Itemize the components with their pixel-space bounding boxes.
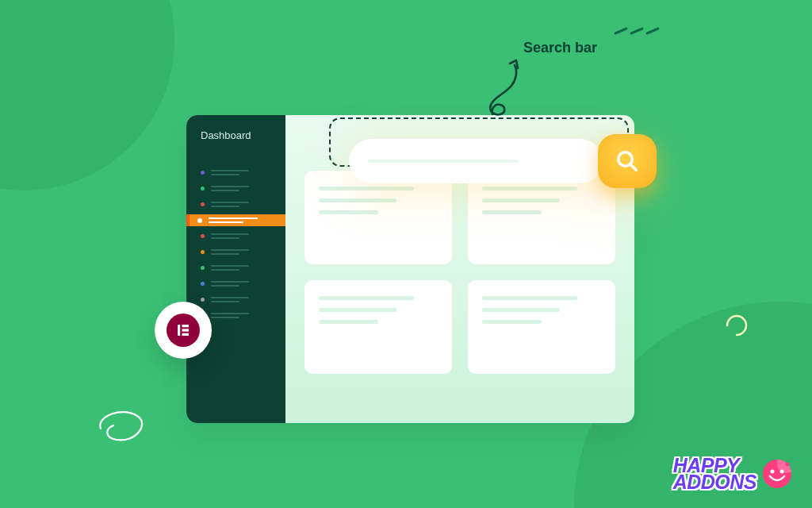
nav-item[interactable]: [186, 183, 285, 194]
svg-line-2: [647, 29, 658, 33]
search-icon: [615, 149, 639, 173]
nav-item[interactable]: [186, 262, 285, 274]
nav-item[interactable]: [186, 167, 285, 179]
nav-item-label-placeholder: [211, 233, 249, 239]
nav-dot-icon: [201, 234, 205, 238]
nav-dot-icon: [201, 187, 205, 190]
nav-item-label-placeholder: [211, 281, 249, 287]
brand-wordmark: HAPPY ADDONS: [673, 457, 756, 491]
svg-rect-6: [182, 325, 190, 327]
card-text-placeholder: [482, 210, 542, 214]
card-text-placeholder: [319, 210, 378, 214]
nav-item-label-placeholder: [209, 217, 258, 223]
bg-shape: [0, 0, 174, 190]
nav-item-label-placeholder: [211, 202, 249, 207]
card-text-placeholder: [319, 187, 414, 190]
card-text-placeholder: [319, 308, 396, 312]
content-card[interactable]: [304, 280, 452, 374]
nav-item-label-placeholder: [211, 265, 249, 271]
nav-item-label-placeholder: [211, 249, 249, 255]
card-text-placeholder: [482, 198, 560, 202]
brand-line2: ADDONS: [673, 474, 756, 491]
nav-item[interactable]: [186, 278, 285, 290]
elementor-badge[interactable]: [155, 302, 212, 359]
card-text-placeholder: [319, 198, 396, 202]
elementor-icon: [167, 314, 200, 347]
smile-face-icon: [761, 458, 793, 490]
content-card[interactable]: [468, 171, 615, 264]
nav-dot-icon: [201, 171, 205, 175]
card-text-placeholder: [482, 308, 560, 312]
nav-dot-icon: [201, 250, 205, 254]
nav-item-label-placeholder: [211, 297, 249, 302]
sidebar: Dashboard: [186, 115, 285, 423]
svg-line-1: [631, 29, 642, 33]
svg-line-0: [615, 29, 626, 33]
card-text-placeholder: [482, 187, 577, 190]
sidebar-title: Dashboard: [186, 129, 285, 141]
svg-point-12: [786, 462, 790, 466]
svg-rect-5: [178, 325, 180, 336]
svg-rect-7: [182, 329, 190, 331]
svg-point-11: [780, 469, 784, 473]
decorative-dashes: [614, 22, 661, 38]
card-grid: [304, 171, 615, 374]
card-text-placeholder: [319, 320, 378, 324]
nav-item-label-placeholder: [211, 313, 249, 318]
nav-item[interactable]: [186, 198, 285, 210]
nav-dot-icon: [201, 282, 205, 286]
nav-item[interactable]: [186, 230, 285, 242]
search-bar: [349, 139, 657, 183]
nav-item-active[interactable]: [186, 214, 285, 226]
svg-point-10: [771, 469, 775, 473]
search-button[interactable]: [598, 134, 657, 188]
nav-list: [186, 167, 285, 321]
nav-item[interactable]: [186, 294, 285, 306]
search-placeholder-line: [368, 160, 519, 163]
nav-item-label-placeholder: [211, 186, 249, 191]
card-text-placeholder: [482, 296, 577, 300]
content-card[interactable]: [468, 280, 615, 374]
decorative-scribble: [721, 311, 749, 339]
nav-dot-icon: [201, 298, 205, 302]
nav-dot-icon: [201, 202, 205, 206]
card-text-placeholder: [482, 320, 542, 324]
nav-item-label-placeholder: [211, 170, 249, 175]
content-card[interactable]: [304, 171, 452, 264]
card-text-placeholder: [319, 296, 414, 300]
decorative-scribble: [91, 405, 151, 444]
svg-line-4: [630, 164, 636, 170]
annotation-label: Search bar: [523, 40, 597, 56]
nav-dot-icon: [201, 266, 205, 270]
search-input[interactable]: [349, 139, 603, 183]
svg-rect-8: [182, 333, 190, 336]
nav-dot-icon: [197, 218, 202, 223]
annotation-arrow-icon: [480, 56, 523, 123]
nav-item[interactable]: [186, 246, 285, 258]
brand-logo: HAPPY ADDONS: [673, 457, 793, 491]
